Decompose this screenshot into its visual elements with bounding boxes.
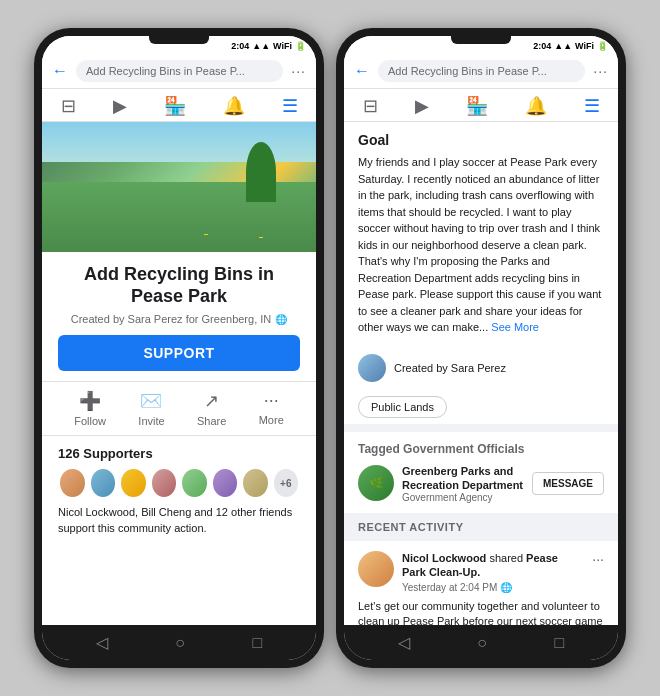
gov-logo: 🌿	[358, 465, 394, 501]
supporters-count: 126 Supporters	[58, 446, 300, 461]
tab2-menu-icon[interactable]: ☰	[584, 95, 600, 117]
activity-item: Nicol Lockwood shared Pease Park Clean-U…	[344, 541, 618, 625]
screen-content-1: Add Recycling Bins inPease Park Created …	[42, 122, 316, 625]
avatar-2	[89, 467, 118, 499]
creator-row: Created by Sara Perez	[344, 346, 618, 390]
goal-title: Goal	[358, 132, 604, 148]
tag-section: Public Lands	[344, 390, 618, 424]
supporters-section: 126 Supporters +6 Nicol Lockwood, Bill C…	[42, 436, 316, 546]
invite-action[interactable]: ✉️ Invite	[138, 390, 164, 427]
back-button-1[interactable]: ←	[52, 62, 68, 80]
nav-bar-2: ← Add Recycling Bins in Pease P... ···	[344, 54, 618, 89]
time-1: 2:04	[231, 41, 249, 51]
follow-action[interactable]: ➕ Follow	[74, 390, 106, 427]
supporters-names: Nicol Lockwood, Bill Cheng and 12 other …	[58, 505, 300, 536]
more-icon: ···	[264, 390, 279, 411]
square-nav-2[interactable]: □	[555, 634, 565, 652]
wifi-icon-1: WiFi	[273, 41, 292, 51]
activity-text: Let's get our community together and vol…	[358, 599, 604, 625]
see-more-link[interactable]: See More	[491, 321, 539, 333]
activity-action: shared	[489, 552, 526, 564]
time-2: 2:04	[533, 41, 551, 51]
battery-icon-2: 🔋	[597, 41, 608, 51]
back-nav-1[interactable]: ◁	[96, 633, 108, 652]
avatar-7	[241, 467, 270, 499]
activity-time: Yesterday at 2:04 PM	[402, 582, 497, 593]
back-button-2[interactable]: ←	[354, 62, 370, 80]
avatar-1	[58, 467, 87, 499]
tab-bell-icon[interactable]: 🔔	[223, 95, 245, 117]
wifi-icon-2: WiFi	[575, 41, 594, 51]
home-nav-1[interactable]: ○	[175, 634, 185, 652]
activity-meta: Yesterday at 2:04 PM 🌐	[402, 582, 584, 593]
tab-video-icon[interactable]: ▶	[113, 95, 127, 117]
more-button-1[interactable]: ···	[291, 63, 306, 79]
recent-activity-header: RECENT ACTIVITY	[344, 513, 618, 541]
tab-home-icon[interactable]: ⊟	[61, 95, 76, 117]
tab-menu-icon[interactable]: ☰	[282, 95, 298, 117]
goal-text: My friends and I play soccer at Pease Pa…	[358, 154, 604, 336]
avatar-3	[119, 467, 148, 499]
activity-info: Nicol Lockwood shared Pease Park Clean-U…	[402, 551, 584, 593]
activity-top: Nicol Lockwood shared Pease Park Clean-U…	[358, 551, 604, 593]
activity-more-icon[interactable]: ···	[592, 551, 604, 567]
goal-section: Goal My friends and I play soccer at Pea…	[344, 122, 618, 346]
gov-section: Tagged Government Officials 🌿 Greenberg …	[344, 432, 618, 514]
signal-icon-1: ▲▲	[252, 41, 270, 51]
more-label: More	[259, 414, 284, 426]
gov-info: Greenberg Parks and Recreation Departmen…	[402, 464, 524, 504]
tab-shop-icon[interactable]: 🏪	[164, 95, 186, 117]
avatar-row: +6	[58, 467, 300, 499]
park-image	[42, 122, 316, 252]
home-nav-2[interactable]: ○	[477, 634, 487, 652]
square-nav-1[interactable]: □	[253, 634, 263, 652]
screen-content-2: Goal My friends and I play soccer at Pea…	[344, 122, 618, 625]
search-bar-1[interactable]: Add Recycling Bins in Pease P...	[76, 60, 283, 82]
avatar-6	[211, 467, 240, 499]
bottom-nav-2: ◁ ○ □	[344, 625, 618, 660]
avatar-4	[150, 467, 179, 499]
gov-item: 🌿 Greenberg Parks and Recreation Departm…	[358, 464, 604, 504]
more-button-2[interactable]: ···	[593, 63, 608, 79]
gov-section-title: Tagged Government Officials	[358, 442, 604, 456]
share-label: Share	[197, 415, 226, 427]
activity-title: Nicol Lockwood shared Pease Park Clean-U…	[402, 551, 584, 580]
activity-globe-icon: 🌐	[500, 582, 512, 593]
tab2-home-icon[interactable]: ⊟	[363, 95, 378, 117]
avatar-5	[180, 467, 209, 499]
battery-icon-1: 🔋	[295, 41, 306, 51]
globe-icon: 🌐	[275, 314, 287, 325]
follow-label: Follow	[74, 415, 106, 427]
share-icon: ↗	[204, 390, 219, 412]
share-action[interactable]: ↗ Share	[197, 390, 226, 427]
tab-bar-1: ⊟ ▶ 🏪 🔔 ☰	[42, 89, 316, 122]
follow-icon: ➕	[79, 390, 101, 412]
search-bar-2[interactable]: Add Recycling Bins in Pease P...	[378, 60, 585, 82]
petition-title: Add Recycling Bins inPease Park	[42, 252, 316, 311]
phone-1: 2:04 ▲▲ WiFi 🔋 ← Add Recycling Bins in P…	[34, 28, 324, 668]
action-bar: ➕ Follow ✉️ Invite ↗ Share ··· More	[42, 381, 316, 436]
divider-1	[344, 424, 618, 432]
avatar-plus: +6	[272, 467, 301, 499]
tab2-bell-icon[interactable]: 🔔	[525, 95, 547, 117]
creator-avatar	[358, 354, 386, 382]
petition-creator-text: Created by Sara Perez for Greenberg, IN	[71, 313, 272, 325]
tab2-shop-icon[interactable]: 🏪	[466, 95, 488, 117]
public-lands-tag[interactable]: Public Lands	[358, 396, 447, 418]
bottom-nav-1: ◁ ○ □	[42, 625, 316, 660]
message-button[interactable]: MESSAGE	[532, 472, 604, 495]
phone-2: 2:04 ▲▲ WiFi 🔋 ← Add Recycling Bins in P…	[336, 28, 626, 668]
support-button[interactable]: SUPPORT	[58, 335, 300, 371]
tab2-video-icon[interactable]: ▶	[415, 95, 429, 117]
petition-meta: Created by Sara Perez for Greenberg, IN …	[42, 311, 316, 335]
invite-icon: ✉️	[140, 390, 162, 412]
tab-bar-2: ⊟ ▶ 🏪 🔔 ☰	[344, 89, 618, 122]
goal-body: My friends and I play soccer at Pease Pa…	[358, 156, 601, 333]
activity-user: Nicol Lockwood	[402, 552, 486, 564]
nav-bar-1: ← Add Recycling Bins in Pease P... ···	[42, 54, 316, 89]
back-nav-2[interactable]: ◁	[398, 633, 410, 652]
invite-label: Invite	[138, 415, 164, 427]
more-action[interactable]: ··· More	[259, 390, 284, 427]
gov-name: Greenberg Parks and Recreation Departmen…	[402, 464, 524, 493]
gov-type: Government Agency	[402, 492, 524, 503]
